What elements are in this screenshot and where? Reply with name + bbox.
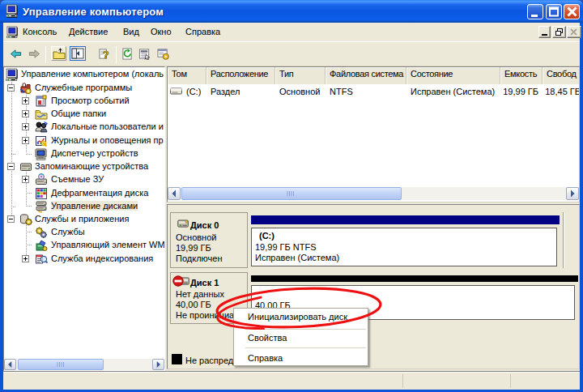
svg-text:?: ? [103, 49, 109, 60]
